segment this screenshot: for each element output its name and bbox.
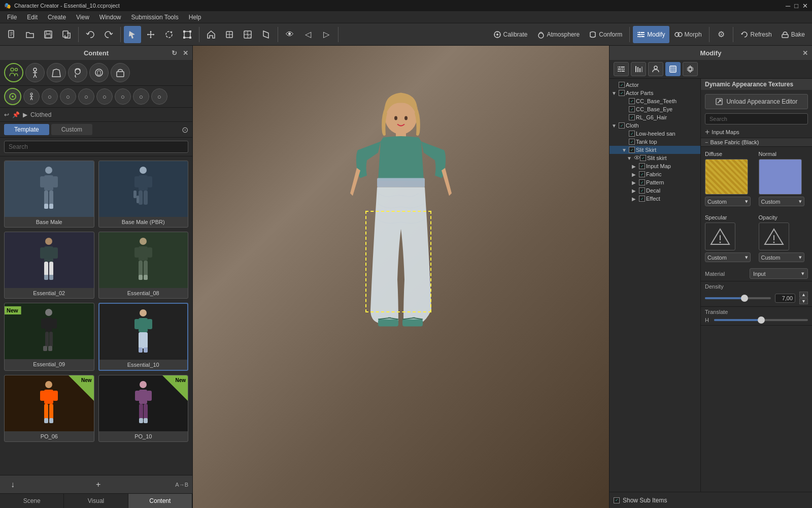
category-cloth-btn[interactable] <box>47 63 66 82</box>
template-tab[interactable]: Template <box>4 124 49 135</box>
morph-btn[interactable]: Morph <box>670 26 706 43</box>
tree-check-teeth[interactable] <box>629 98 635 104</box>
tree-check-fabric[interactable] <box>639 171 645 177</box>
subcategory-c1[interactable]: ○ <box>42 88 58 105</box>
viewport[interactable] <box>193 46 609 508</box>
export-btn[interactable] <box>58 26 75 43</box>
open-file-btn[interactable] <box>21 26 39 43</box>
tree-check-eye[interactable] <box>629 106 635 112</box>
content-search-input[interactable] <box>4 141 188 153</box>
tree-check-cloth[interactable] <box>619 122 625 129</box>
tree-effect[interactable]: ▶ Effect <box>610 195 700 203</box>
tab-row-settings[interactable]: ⊙ <box>182 125 188 135</box>
breadcrumb-play-btn[interactable]: ▶ <box>23 111 27 118</box>
grid-item-base-male-pbr[interactable]: Base Male (PBR) <box>98 161 189 228</box>
normal-dropdown-btn[interactable]: Custom ▾ <box>759 197 804 206</box>
grid-item-essential-09[interactable]: New Essential_09 <box>4 303 94 371</box>
tree-low-heeled[interactable]: Low-heeled san <box>610 130 700 138</box>
modify-tab-settings[interactable] <box>683 62 698 76</box>
grid-item-essential-10[interactable]: Essential_10 <box>98 303 189 371</box>
maximize-btn[interactable]: □ <box>794 2 798 10</box>
category-accessory-btn[interactable] <box>89 63 109 82</box>
menu-window[interactable]: Window <box>94 13 126 22</box>
subcategory-c3[interactable]: ○ <box>78 88 94 105</box>
rotate-tool-btn[interactable] <box>160 26 178 43</box>
tree-check-actor-parts[interactable] <box>619 90 625 96</box>
tree-check-slitskirt[interactable] <box>629 147 635 153</box>
atmosphere-btn[interactable]: Atmosphere <box>533 26 584 43</box>
subcategory-c4[interactable]: ○ <box>96 88 113 105</box>
eye-btn[interactable]: 👁 <box>281 26 298 43</box>
density-increment-btn[interactable]: ▲ <box>799 292 808 298</box>
tree-check-actor[interactable] <box>619 82 625 88</box>
custom-tab[interactable]: Custom <box>51 124 92 135</box>
normal-thumb[interactable] <box>759 159 802 195</box>
material-select[interactable]: Input ▾ <box>750 268 808 279</box>
tree-slit-skirt-child[interactable]: ▼ Slit skirt <box>610 154 700 162</box>
tree-check-decal[interactable] <box>639 187 645 194</box>
grid-item-po-06[interactable]: New PO_06 <box>4 375 94 442</box>
tree-fabric[interactable]: ▶ Fabric <box>610 170 700 178</box>
subcategory-walk-btn[interactable] <box>23 88 40 105</box>
modify-btn[interactable]: Modify <box>633 26 669 43</box>
content-refresh-btn[interactable]: ↻ <box>172 49 177 57</box>
category-body-btn[interactable] <box>25 63 45 82</box>
tree-cc-base-teeth[interactable]: CC_Base_Teeth <box>610 97 700 105</box>
breadcrumb-back-btn[interactable]: ↩ <box>4 111 9 118</box>
diffuse-thumb[interactable] <box>705 159 748 195</box>
menu-edit[interactable]: Edit <box>22 13 43 22</box>
translate-track[interactable] <box>714 319 808 321</box>
tree-check-pattern[interactable] <box>639 179 645 185</box>
menu-help[interactable]: Help <box>184 13 207 22</box>
tree-actor-parts[interactable]: ▼ Actor Parts <box>610 89 700 97</box>
front-view-btn[interactable] <box>221 26 238 43</box>
opacity-dropdown-btn[interactable]: Custom ▾ <box>759 252 804 262</box>
tree-check-hair[interactable] <box>629 114 635 120</box>
select-tool-btn[interactable] <box>124 26 141 43</box>
subcategory-all-btn[interactable] <box>4 88 21 105</box>
top-view-btn[interactable] <box>239 26 256 43</box>
content-grid-scroll[interactable]: Base Male Base Male (PBR) Essential_02 <box>0 156 192 475</box>
conform-btn[interactable]: Conform <box>585 26 626 43</box>
grid-item-essential-02[interactable]: Essential_02 <box>4 232 94 299</box>
tree-tank-top[interactable]: Tank top <box>610 138 700 146</box>
move-tool-btn[interactable] <box>142 26 159 43</box>
tree-cc-base-eye[interactable]: CC_Base_Eye <box>610 105 700 113</box>
subcategory-c6[interactable]: ○ <box>133 88 149 105</box>
home-view-btn[interactable] <box>202 26 220 43</box>
show-sub-items-check[interactable] <box>614 497 620 503</box>
new-file-btn[interactable] <box>3 26 20 43</box>
tree-check-slitskirt-child[interactable] <box>640 155 646 161</box>
grid-item-base-male[interactable]: Base Male <box>4 161 94 228</box>
undo-btn[interactable] <box>82 26 99 43</box>
shadow-btn[interactable]: ◁ <box>299 26 317 43</box>
tree-cloth[interactable]: ▼ Cloth <box>610 121 700 130</box>
content-close-btn[interactable]: ✕ <box>183 49 188 57</box>
tree-check-effect[interactable] <box>639 196 645 202</box>
render-btn[interactable]: ▷ <box>318 26 335 43</box>
download-btn[interactable]: ↓ <box>4 476 21 493</box>
density-track[interactable] <box>705 297 771 299</box>
modify-tab-params[interactable] <box>614 62 629 76</box>
subcategory-c7[interactable]: ○ <box>151 88 167 105</box>
modify-tab-eq[interactable] <box>631 62 646 76</box>
tree-slit-skirt[interactable]: ▼ Slit Skirt <box>610 146 700 154</box>
unload-appearance-editor-btn[interactable]: Unload Appearance Editor <box>705 94 808 109</box>
grid-item-po-10[interactable]: New PO_10 <box>98 375 189 442</box>
tree-decal[interactable]: ▶ Decal <box>610 186 700 195</box>
base-fabric-collapse-btn[interactable]: − <box>705 139 708 145</box>
modify-panel-close-btn[interactable]: ✕ <box>802 49 808 57</box>
menu-create[interactable]: Create <box>43 13 71 22</box>
diffuse-dropdown-btn[interactable]: Custom ▾ <box>705 197 751 206</box>
menu-submission-tools[interactable]: Submission Tools <box>126 13 184 22</box>
minimize-btn[interactable]: ─ <box>786 2 790 10</box>
settings-btn[interactable]: ⚙ <box>713 26 730 43</box>
tree-pattern[interactable]: ▶ Pattern <box>610 178 700 186</box>
side-view-btn[interactable] <box>257 26 275 43</box>
content-tab[interactable]: Content <box>128 494 192 508</box>
subcategory-c2[interactable]: ○ <box>60 88 76 105</box>
add-btn[interactable]: + <box>90 476 107 493</box>
scene-tab[interactable]: Scene <box>0 494 64 508</box>
density-thumb[interactable] <box>741 295 748 302</box>
category-people-btn[interactable] <box>4 63 23 82</box>
